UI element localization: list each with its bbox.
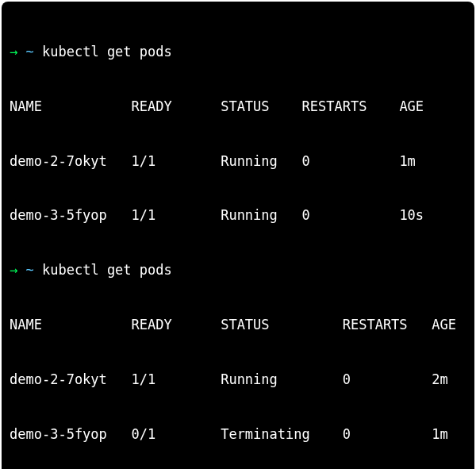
col-name: NAME xyxy=(10,98,42,114)
table-header: NAME READY STATUS RESTARTS AGE xyxy=(10,98,466,116)
table-row: demo-3-5fyop 1/1 Running 0 10s xyxy=(10,206,466,225)
col-restarts: RESTARTS xyxy=(302,98,367,114)
terminal-panel-top[interactable]: → ~ kubectl get pods NAME READY STATUS R… xyxy=(2,2,474,469)
prompt-line[interactable]: → ~ kubectl get pods xyxy=(10,261,466,279)
table-row: demo-2-7okyt 1/1 Running 0 2m xyxy=(10,371,466,389)
command-text: kubectl get pods xyxy=(42,262,172,278)
tilde-icon: ~ xyxy=(26,262,34,278)
col-status: STATUS xyxy=(221,98,269,114)
command-text: kubectl get pods xyxy=(42,44,172,60)
prompt-line[interactable]: → ~ kubectl get pods xyxy=(10,43,466,61)
col-ready: READY xyxy=(132,98,172,114)
table-header: NAME READY STATUS RESTARTS AGE xyxy=(10,316,466,334)
col-age: AGE xyxy=(399,98,424,114)
arrow-icon: → xyxy=(10,262,17,278)
arrow-icon: → xyxy=(10,44,17,60)
tilde-icon: ~ xyxy=(26,44,34,60)
table-row: demo-3-5fyop 0/1 Terminating 0 1m xyxy=(10,425,466,444)
table-row: demo-2-7okyt 1/1 Running 0 1m xyxy=(10,152,466,171)
